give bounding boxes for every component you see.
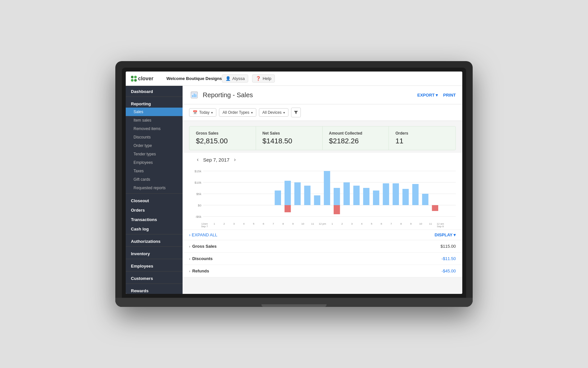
sidebar-item-removed-items[interactable]: Removed items [126,125,183,133]
clover-dots-icon [131,76,137,82]
stat-orders-value: 11 [395,137,449,145]
today-filter[interactable]: 📅 Today ▾ [189,108,216,117]
svg-rect-16 [285,181,291,205]
content-title: Reporting - Sales [189,90,253,100]
sidebar-item-dashboard[interactable]: Dashboard [126,86,183,95]
svg-text:3: 3 [351,222,353,225]
sidebar-item-item-sales[interactable]: Item sales [126,116,183,125]
top-nav: clover Welcome Boutique Designs 👤 Alyssa… [126,72,462,86]
svg-text:8: 8 [282,222,284,225]
svg-text:Sep 7: Sep 7 [201,225,208,228]
svg-text:1: 1 [214,222,215,225]
filters-bar: 📅 Today ▾ All Order Types ▾ All Devices … [183,104,462,121]
stat-amount-collected-label: Amount Collected [329,131,382,136]
sidebar-item-customers[interactable]: Customers [126,273,183,282]
sidebar-item-orders[interactable]: Orders [126,204,183,214]
sidebar-item-inventory[interactable]: Inventory [126,248,183,257]
dot3 [131,79,134,82]
row-value-discounts: -$11.50 [441,256,456,261]
svg-text:12 pm: 12 pm [319,222,326,225]
svg-text:-$5k: -$5k [195,215,201,218]
page-title: Reporting - Sales [203,91,253,99]
svg-text:$0: $0 [198,204,201,207]
user-button[interactable]: 👤 Alyssa [222,74,248,83]
row-value-refunds: -$45.00 [441,269,456,273]
svg-text:9: 9 [292,222,294,225]
display-button[interactable]: DISPLAY ▾ [435,232,456,237]
sidebar-item-tender-types[interactable]: Tender types [126,150,183,158]
svg-text:11: 11 [311,222,314,225]
sidebar-item-rewards[interactable]: Rewards [126,285,183,294]
svg-text:2: 2 [224,222,225,225]
calendar-icon: 📅 [193,110,198,115]
svg-text:$10k: $10k [195,181,201,184]
svg-text:1: 1 [331,222,333,225]
sidebar-item-order-type[interactable]: Order type [126,141,183,150]
svg-rect-2 [194,94,195,97]
chart-section: ‹ Sep 7, 2017 › [183,153,462,230]
chevron-icon3: › [189,269,190,273]
app-layout: Dashboard Reporting Sales Item sales Rem… [126,86,462,294]
laptop-base [115,298,473,307]
svg-text:6: 6 [263,222,264,225]
prev-date-button[interactable]: ‹ [196,157,200,163]
sidebar-item-employees[interactable]: Employees [126,158,183,167]
expand-all-button[interactable]: › EXPAND ALL [189,232,217,237]
stat-gross-sales-label: Gross Sales [196,131,249,136]
svg-rect-21 [324,171,330,205]
svg-text:Sep 8: Sep 8 [437,225,444,228]
order-types-filter[interactable]: All Order Types ▾ [219,108,256,117]
svg-rect-17 [285,205,291,212]
svg-text:4: 4 [243,222,245,225]
svg-text:5: 5 [253,222,255,225]
report-icon [189,90,199,100]
svg-text:4: 4 [361,222,363,225]
sidebar-item-authorizations[interactable]: Authorizations [126,236,183,245]
table-row: › Refunds -$45.00 [183,265,462,277]
header-actions: EXPORT ▾ PRINT [417,93,456,98]
sidebar-item-discounts[interactable]: Discounts [126,133,183,141]
svg-rect-33 [432,205,438,211]
filter-icon-button[interactable] [291,108,301,117]
print-button[interactable]: PRINT [443,93,456,98]
svg-rect-23 [334,205,340,214]
data-table: › Gross Sales $115.00 › Discounts -$11.5… [183,240,462,277]
stat-net-sales-value: $1418.50 [262,137,316,145]
stat-net-sales: Net Sales $1418.50 [256,126,323,150]
row-label-refunds: › Refunds [189,269,209,273]
main-content: Reporting - Sales EXPORT ▾ PRINT [183,86,462,294]
svg-text:8: 8 [400,222,402,225]
next-date-button[interactable]: › [233,157,237,163]
svg-text:10: 10 [419,222,422,225]
chevron-down-icon2: ▾ [251,111,253,114]
help-button[interactable]: ❓ Help [252,74,275,83]
sidebar-item-gift-cards[interactable]: Gift cards [126,175,183,184]
sidebar-item-transactions[interactable]: Transactions [126,214,183,223]
dropdown-arrow-icon: ▾ [436,93,438,98]
date-nav: ‹ Sep 7, 2017 › [189,153,456,164]
sidebar-item-employees-main[interactable]: Employees [126,260,183,270]
sidebar-item-closeout[interactable]: Closeout [126,195,183,204]
svg-rect-20 [314,195,320,205]
svg-rect-3 [195,94,197,97]
sidebar-item-sales[interactable]: Sales [126,108,183,116]
dot1 [131,76,134,78]
sidebar-item-cash-log[interactable]: Cash log [126,223,183,233]
sidebar-item-reporting[interactable]: Reporting [126,98,183,108]
svg-rect-27 [373,191,379,205]
svg-rect-29 [393,183,399,205]
svg-text:2: 2 [341,222,343,225]
stat-gross-sales: Gross Sales $2,815.00 [189,126,256,150]
svg-rect-25 [353,186,360,205]
svg-rect-19 [304,186,310,205]
devices-filter[interactable]: All Devices ▾ [259,108,288,117]
nav-actions: 👤 Alyssa ❓ Help [222,74,275,83]
sidebar-item-requested-reports[interactable]: Requested reports [126,184,183,192]
sidebar-item-taxes[interactable]: Taxes [126,167,183,175]
svg-text:5: 5 [371,222,372,225]
export-button[interactable]: EXPORT ▾ [417,93,438,98]
chevron-down-icon: ▾ [211,111,213,114]
svg-rect-15 [275,191,281,205]
screen-bezel: clover Welcome Boutique Designs 👤 Alyssa… [122,68,466,298]
stat-amount-collected-value: $2182.26 [329,137,382,145]
